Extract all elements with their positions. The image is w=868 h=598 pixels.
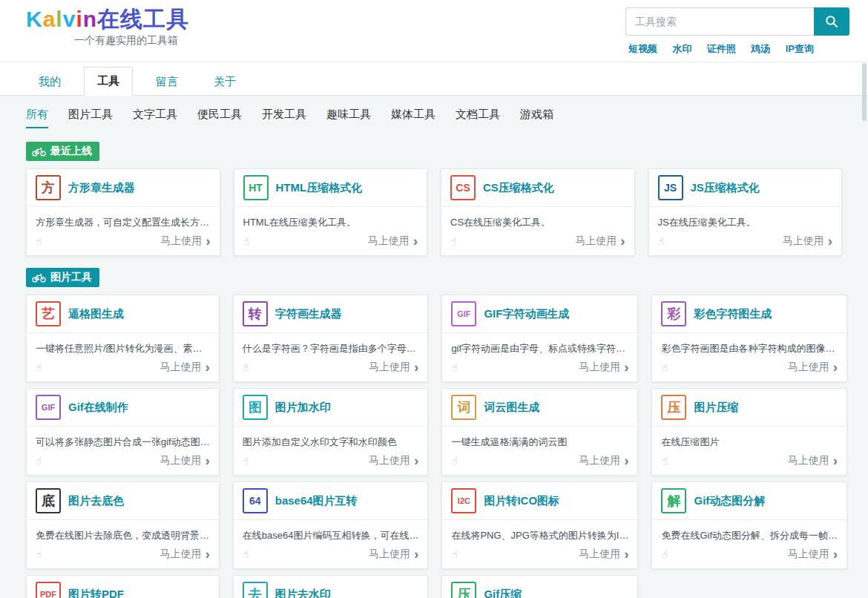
- use-now-link[interactable]: 马上使用›: [783, 234, 832, 248]
- use-now-link[interactable]: 马上使用›: [579, 548, 628, 561]
- tool-icon: 压: [661, 395, 686, 420]
- search-input[interactable]: [625, 7, 814, 36]
- card-head: GIFGIF字符动画生成: [442, 295, 637, 333]
- use-now-link[interactable]: 马上使用›: [369, 548, 418, 561]
- tool-title: GIF字符动画生成: [484, 307, 569, 321]
- chevron-right-icon: ›: [413, 236, 418, 246]
- tool-card[interactable]: PDF图片转PDF☝马上使用›: [26, 575, 220, 598]
- tool-card[interactable]: 方方形章生成器方形章生成器，可自定义配置生成长方…☝马上使用›: [26, 168, 220, 256]
- tool-card[interactable]: HTHTML压缩格式化HTML在线压缩美化工具。☝马上使用›: [234, 168, 428, 256]
- use-now-link[interactable]: 马上使用›: [369, 361, 418, 374]
- logo[interactable]: Kalvin在线工具: [26, 6, 189, 33]
- tool-card[interactable]: 彩彩色字符图生成彩色字符画图是由各种字符构成的图像…☝马上使用›: [651, 295, 847, 382]
- tool-icon: 艺: [36, 301, 61, 326]
- use-now-link[interactable]: 马上使用›: [160, 361, 209, 374]
- tool-card[interactable]: JSJS压缩格式化JS在线压缩美化工具。☝马上使用›: [648, 168, 843, 256]
- tab-tools[interactable]: 工具: [84, 67, 133, 96]
- pointer-hand-icon: ☝: [243, 548, 249, 560]
- quick-link-short-video[interactable]: 短视频: [628, 42, 657, 56]
- use-now-link[interactable]: 马上使用›: [369, 454, 418, 467]
- category-media[interactable]: 媒体工具: [391, 108, 435, 128]
- use-now-link[interactable]: 马上使用›: [579, 361, 628, 374]
- use-now-link[interactable]: 马上使用›: [788, 548, 838, 561]
- pointer-hand-icon: ☝: [36, 235, 42, 247]
- use-now-link[interactable]: 马上使用›: [368, 234, 418, 248]
- category-image[interactable]: 图片工具: [68, 108, 113, 128]
- tool-title: Gif压缩: [484, 588, 522, 598]
- use-now-label: 马上使用: [579, 454, 620, 467]
- scrollbar-thumb[interactable]: [862, 63, 867, 121]
- logo-letter: n: [83, 7, 97, 31]
- card-footer: ☝马上使用›: [27, 231, 220, 255]
- use-now-link[interactable]: 马上使用›: [788, 454, 838, 467]
- chevron-right-icon: ›: [624, 549, 628, 559]
- category-all[interactable]: 所有: [26, 108, 48, 128]
- tool-card[interactable]: 64base64图片互转在线base64图片编码互相转换，可在线…☝马上使用›: [233, 482, 429, 569]
- card-grid: 方方形章生成器方形章生成器，可自定义配置生成长方…☝马上使用›HTHTML压缩格…: [26, 168, 842, 256]
- section-badge-label: 图片工具: [50, 271, 92, 284]
- tool-title: 字符画生成器: [275, 307, 342, 321]
- use-now-link[interactable]: 马上使用›: [788, 361, 838, 374]
- category-dev[interactable]: 开发工具: [262, 108, 306, 128]
- category-document[interactable]: 文档工具: [456, 108, 500, 128]
- tool-card[interactable]: GIFGif在线制作可以将多张静态图片合成一张gif动态图…☝马上使用›: [26, 388, 220, 476]
- use-now-link[interactable]: 马上使用›: [160, 454, 209, 467]
- use-now-label: 马上使用: [160, 454, 201, 467]
- tool-description: JS在线压缩美化工具。: [649, 207, 842, 231]
- bicycle-icon: [32, 273, 46, 283]
- category-fun[interactable]: 趣味工具: [326, 108, 371, 128]
- card-head: 彩彩色字符图生成: [652, 295, 846, 333]
- tool-card[interactable]: 压图片压缩在线压缩图片☝马上使用›: [651, 388, 847, 476]
- tool-description: CS在线压缩美化工具。: [441, 207, 634, 231]
- tool-title: 方形章生成器: [68, 181, 135, 195]
- use-now-link[interactable]: 马上使用›: [575, 234, 625, 248]
- pointer-hand-icon: ☝: [451, 455, 458, 467]
- bicycle-icon: [32, 147, 46, 157]
- tool-title: Gif动态图分解: [694, 494, 765, 508]
- category-game[interactable]: 游戏箱: [520, 108, 553, 128]
- header: Kalvin在线工具 一个有趣实用的工具箱 短视频水印证件照鸡汤IP查询: [0, 0, 868, 62]
- quick-link-ip-lookup[interactable]: IP查询: [786, 42, 814, 56]
- pointer-hand-icon: ☝: [243, 455, 249, 467]
- use-now-link[interactable]: 马上使用›: [160, 234, 210, 248]
- tool-card[interactable]: 解Gif动态图分解免费在线Gif动态图分解、拆分成每一帧…☝马上使用›: [651, 482, 847, 569]
- tool-card[interactable]: 词词云图生成一键生成逼格满满的词云图☝马上使用›: [441, 388, 638, 476]
- logo-suffix: 在线工具: [97, 7, 189, 31]
- use-now-link[interactable]: 马上使用›: [160, 548, 209, 561]
- chevron-right-icon: ›: [414, 456, 418, 466]
- tool-title: 词云图生成: [484, 401, 539, 415]
- tool-card[interactable]: I2C图片转ICO图标在线将PNG、JPG等格式的图片转换为I…☝马上使用›: [441, 482, 638, 569]
- tab-my[interactable]: 我的: [26, 68, 73, 96]
- tool-card[interactable]: 转字符画生成器什么是字符画？字符画是指由多个字母…☝马上使用›: [233, 295, 429, 382]
- section-image-tools: 图片工具艺逼格图生成一键将任意照片/图片转化为漫画、素…☝马上使用›转字符画生成…: [26, 268, 842, 598]
- use-now-label: 马上使用: [369, 454, 410, 467]
- tool-card[interactable]: 去图片去水印☝马上使用›: [233, 575, 429, 598]
- section-badge-label: 最近上线: [50, 145, 92, 158]
- use-now-label: 马上使用: [579, 361, 620, 374]
- pointer-hand-icon: ☝: [36, 361, 42, 373]
- tab-about[interactable]: 关于: [201, 68, 249, 96]
- tool-card[interactable]: 艺逼格图生成一键将任意照片/图片转化为漫画、素…☝马上使用›: [26, 295, 220, 382]
- tool-icon: 图: [243, 395, 268, 420]
- use-now-label: 马上使用: [788, 548, 829, 561]
- tool-card[interactable]: GIFGIF字符动画生成gif字符动画是由字母、标点或特殊字符…☝马上使用›: [441, 295, 638, 382]
- tool-icon: 解: [661, 488, 686, 513]
- quick-link-chicken-soup[interactable]: 鸡汤: [751, 42, 770, 56]
- tool-card[interactable]: 压Gif压缩☝马上使用›: [441, 575, 638, 598]
- content: 最近上线方方形章生成器方形章生成器，可自定义配置生成长方…☝马上使用›HTHTM…: [0, 142, 868, 598]
- tab-message[interactable]: 留言: [143, 68, 191, 96]
- tool-description: 图片添加自定义水印文字和水印颜色: [234, 427, 428, 451]
- category-text[interactable]: 文字工具: [133, 108, 177, 128]
- search-button[interactable]: [814, 7, 849, 36]
- card-head: 图图片加水印: [234, 389, 428, 427]
- use-now-link[interactable]: 马上使用›: [579, 454, 628, 467]
- quick-link-watermark[interactable]: 水印: [672, 42, 691, 56]
- tool-description: 一键生成逼格满满的词云图: [442, 427, 637, 451]
- tool-card[interactable]: 图图片加水印图片添加自定义水印文字和水印颜色☝马上使用›: [233, 388, 429, 476]
- quick-link-id-photo[interactable]: 证件照: [707, 42, 736, 56]
- tool-title: Gif在线制作: [68, 401, 128, 415]
- use-now-label: 马上使用: [160, 548, 201, 561]
- category-convenience[interactable]: 便民工具: [197, 108, 242, 128]
- tool-card[interactable]: 底图片去底色免费在线图片去除底色，变成透明背景…☝马上使用›: [26, 482, 220, 569]
- tool-card[interactable]: CSCS压缩格式化CS在线压缩美化工具。☝马上使用›: [441, 168, 635, 256]
